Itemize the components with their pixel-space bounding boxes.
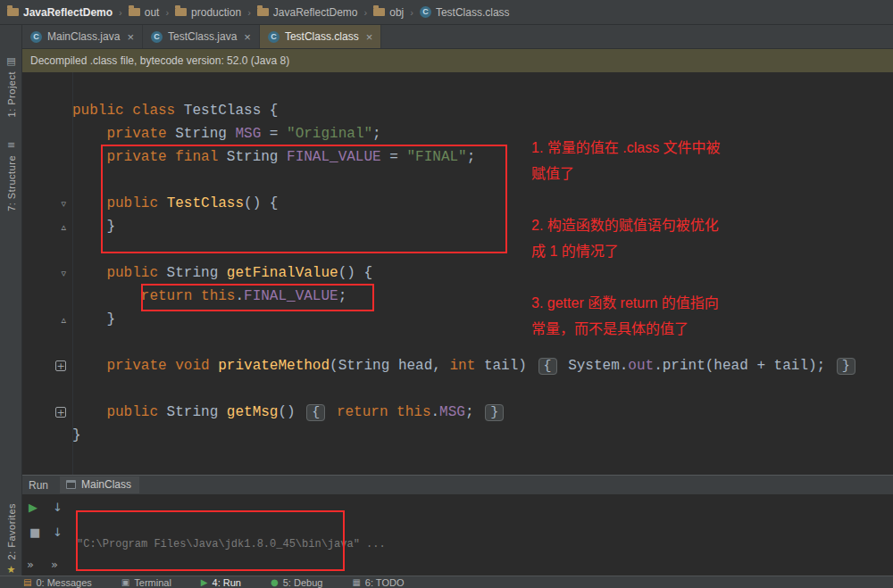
gutter-separator — [72, 72, 73, 475]
code-line: } — [22, 424, 893, 447]
fold-plus-icon[interactable]: + — [22, 354, 72, 377]
fold-open-icon[interactable]: ▿ — [22, 192, 72, 215]
editor-tab-mainclass-java[interactable]: CMainClass.java× — [22, 25, 143, 48]
console-toolbar: ▶ ■ » ↓ ↓ » — [22, 494, 74, 576]
run-config-tab[interactable]: MainClass — [60, 476, 139, 493]
gutter-cell — [22, 169, 72, 192]
close-icon[interactable]: × — [366, 31, 373, 43]
class-icon: C — [268, 31, 280, 43]
code-text: } — [72, 424, 81, 447]
close-icon[interactable]: × — [244, 31, 251, 43]
tab-label: MainClass.java — [47, 30, 120, 43]
code-line — [22, 377, 893, 401]
annotation-line: 赋值了 — [531, 161, 721, 186]
breadcrumb-item[interactable]: obj — [373, 6, 404, 19]
class-icon: C — [420, 6, 431, 18]
folder-icon — [373, 8, 385, 16]
breadcrumb-separator: › — [119, 7, 122, 18]
breadcrumb-item[interactable]: JavaReflectDemo — [7, 6, 113, 19]
stop-icon[interactable]: ■ — [29, 526, 40, 538]
annotation-line: 1. 常量的值在 .class 文件中被 — [531, 135, 721, 161]
editor-tab-testclass-java[interactable]: CTestClass.java× — [143, 25, 260, 48]
code-line: ▵ } — [22, 215, 893, 238]
breadcrumb-label: TestClass.class — [436, 6, 510, 19]
console-text: "C:\Program Files\Java\jdk1.8.0_45\bin\j… — [77, 495, 386, 588]
code-line — [22, 169, 893, 192]
breadcrumb-item[interactable]: out — [129, 6, 160, 19]
gutter-cell — [22, 122, 72, 145]
run-config-label: MainClass — [81, 478, 131, 491]
tool-button-favorites[interactable]: 2: Favorites ★ — [0, 503, 22, 576]
rerun-icon[interactable]: ▶ — [29, 501, 38, 513]
editor[interactable]: public class TestClass { private String … — [22, 72, 893, 475]
annotation-note-3: 3. getter 函数 return 的值指向常量，而不是具体的值了 — [531, 290, 719, 342]
code-text: return this.FINAL_VALUE; — [72, 285, 346, 308]
code-text: public String getMsg() { return this.MSG… — [72, 401, 506, 424]
gutter-cell — [22, 377, 72, 401]
tool-button-project[interactable]: ▤ 1: Project — [0, 55, 22, 117]
annotation-note-2: 2. 构造函数的赋值语句被优化成 1 的情况了 — [531, 212, 719, 264]
favorites-icon: ★ — [7, 564, 16, 576]
gutter-cell — [22, 238, 72, 261]
tool-button-label: 2: Favorites — [6, 503, 17, 559]
breadcrumb-separator: › — [165, 7, 169, 18]
breadcrumb-label: production — [191, 6, 241, 19]
tab-label: TestClass.class — [285, 30, 359, 43]
code-line: ▵ } — [22, 308, 893, 331]
annotation-line: 3. getter 函数 return 的值指向 — [531, 290, 719, 316]
left-tool-strip: ▤ 1: Project ≡ 7: Structure 2: Favorites… — [0, 25, 22, 576]
tool-button-label: 7: Structure — [6, 155, 17, 211]
code-text: public TestClass() { — [72, 192, 278, 215]
run-panel-header: Run MainClass — [22, 475, 893, 494]
code-line: ▿ public String getFinalValue() { — [22, 261, 893, 285]
down-arrow-icon[interactable]: ↓ — [53, 501, 63, 513]
tool-button-structure[interactable]: ≡ 7: Structure — [0, 139, 22, 211]
fold-open-icon[interactable]: ▿ — [22, 261, 72, 285]
code-text: private final String FINAL_VALUE = "FINA… — [72, 145, 475, 169]
breadcrumb-separator: › — [364, 7, 368, 18]
folder-icon — [129, 8, 140, 16]
console-command: "C:\Program Files\Java\jdk1.8.0_45\bin\j… — [77, 534, 386, 554]
project-icon: ▤ — [6, 55, 15, 67]
breadcrumb-item[interactable]: production — [175, 6, 241, 19]
editor-tab-testclass-class[interactable]: CTestClass.class× — [260, 25, 381, 48]
code-line: ▿ public TestClass() { — [22, 192, 893, 215]
breadcrumb-label: JavaReflectDemo — [273, 6, 358, 19]
breadcrumb-separator: › — [410, 7, 413, 18]
gutter-cell — [22, 99, 72, 122]
editor-tabs: CMainClass.java×CTestClass.java×CTestCla… — [22, 25, 893, 49]
code-line: private String MSG = "Original"; — [22, 122, 893, 145]
annotation-line: 成 1 的情况了 — [531, 238, 719, 264]
code-text: } — [72, 308, 115, 331]
project-folder-icon — [7, 8, 19, 16]
tab-label: TestClass.java — [168, 30, 237, 43]
down-arrow-icon-2[interactable]: ↓ — [53, 526, 63, 538]
annotation-line: 2. 构造函数的赋值语句被优化 — [531, 212, 719, 238]
breadcrumb-item[interactable]: CTestClass.class — [420, 6, 510, 19]
run-console[interactable]: ▶ ■ » ↓ ↓ » "C:\Program Files\Java\jdk1.… — [22, 494, 893, 576]
decompile-banner: Decompiled .class file, bytecode version… — [22, 49, 893, 72]
fold-plus-icon[interactable]: + — [22, 401, 72, 424]
breadcrumb-label: out — [145, 6, 160, 19]
code-text: public String getFinalValue() { — [72, 261, 372, 285]
gutter-cell — [22, 285, 72, 308]
breadcrumb-label: JavaReflectDemo — [23, 6, 113, 19]
breadcrumb-item[interactable]: JavaReflectDemo — [257, 6, 358, 19]
code-line: + public String getMsg() { return this.M… — [22, 401, 893, 424]
gutter-cell — [22, 145, 72, 169]
class-icon: C — [151, 31, 163, 43]
folder-icon — [175, 8, 187, 16]
messages-icon: ▤ — [23, 578, 31, 587]
code-text: private String MSG = "Original"; — [72, 122, 381, 145]
fold-close-icon[interactable]: ▵ — [22, 215, 72, 238]
code-line: public class TestClass { — [22, 99, 893, 122]
code-line — [22, 238, 893, 261]
class-icon: C — [30, 31, 42, 43]
collapse-icon[interactable]: » — [27, 559, 34, 570]
close-icon[interactable]: × — [127, 31, 134, 43]
annotation-line: 常量，而不是具体的值了 — [531, 316, 719, 342]
breadcrumb-separator: › — [247, 7, 251, 18]
ide-window: JavaReflectDemo›out›production›JavaRefle… — [0, 0, 893, 588]
collapse-icon-2[interactable]: » — [51, 559, 58, 570]
fold-close-icon[interactable]: ▵ — [22, 308, 72, 331]
